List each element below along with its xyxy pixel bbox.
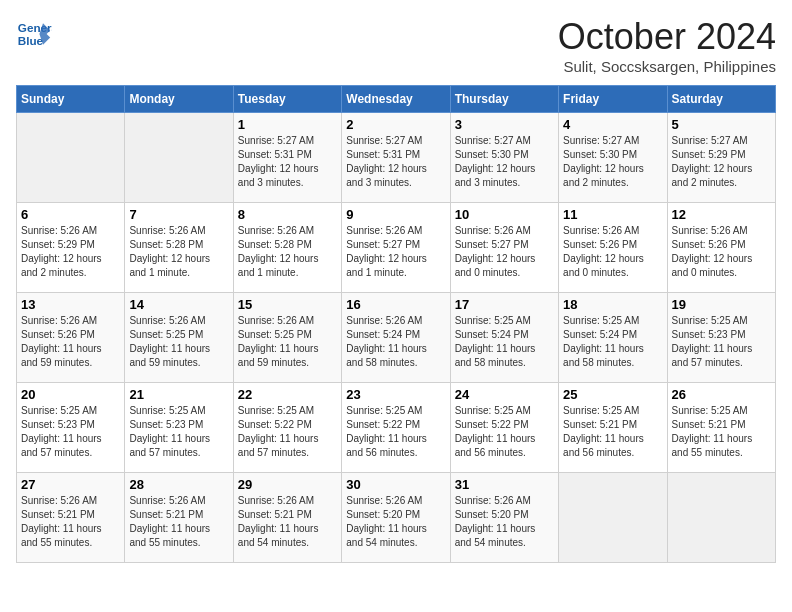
day-number: 21 [129, 387, 228, 402]
day-number: 8 [238, 207, 337, 222]
day-number: 13 [21, 297, 120, 312]
day-number: 1 [238, 117, 337, 132]
calendar-cell: 26Sunrise: 5:25 AM Sunset: 5:21 PM Dayli… [667, 383, 775, 473]
day-info: Sunrise: 5:25 AM Sunset: 5:23 PM Dayligh… [21, 404, 120, 460]
calendar-cell: 10Sunrise: 5:26 AM Sunset: 5:27 PM Dayli… [450, 203, 558, 293]
day-info: Sunrise: 5:27 AM Sunset: 5:30 PM Dayligh… [563, 134, 662, 190]
weekday-wednesday: Wednesday [342, 86, 450, 113]
day-number: 23 [346, 387, 445, 402]
day-info: Sunrise: 5:26 AM Sunset: 5:28 PM Dayligh… [238, 224, 337, 280]
day-number: 12 [672, 207, 771, 222]
svg-text:Blue: Blue [18, 34, 44, 47]
day-info: Sunrise: 5:25 AM Sunset: 5:21 PM Dayligh… [672, 404, 771, 460]
day-info: Sunrise: 5:27 AM Sunset: 5:29 PM Dayligh… [672, 134, 771, 190]
day-number: 4 [563, 117, 662, 132]
day-number: 2 [346, 117, 445, 132]
subtitle: Sulit, Soccsksargen, Philippines [558, 58, 776, 75]
weekday-tuesday: Tuesday [233, 86, 341, 113]
day-number: 25 [563, 387, 662, 402]
day-info: Sunrise: 5:25 AM Sunset: 5:23 PM Dayligh… [672, 314, 771, 370]
day-number: 31 [455, 477, 554, 492]
calendar-cell: 22Sunrise: 5:25 AM Sunset: 5:22 PM Dayli… [233, 383, 341, 473]
day-number: 9 [346, 207, 445, 222]
day-info: Sunrise: 5:26 AM Sunset: 5:27 PM Dayligh… [346, 224, 445, 280]
calendar-cell: 11Sunrise: 5:26 AM Sunset: 5:26 PM Dayli… [559, 203, 667, 293]
day-info: Sunrise: 5:26 AM Sunset: 5:28 PM Dayligh… [129, 224, 228, 280]
day-number: 11 [563, 207, 662, 222]
day-info: Sunrise: 5:26 AM Sunset: 5:26 PM Dayligh… [21, 314, 120, 370]
calendar-cell: 2Sunrise: 5:27 AM Sunset: 5:31 PM Daylig… [342, 113, 450, 203]
day-number: 6 [21, 207, 120, 222]
day-info: Sunrise: 5:27 AM Sunset: 5:31 PM Dayligh… [238, 134, 337, 190]
calendar-table: SundayMondayTuesdayWednesdayThursdayFrid… [16, 85, 776, 563]
day-number: 20 [21, 387, 120, 402]
calendar-cell [667, 473, 775, 563]
calendar-cell: 29Sunrise: 5:26 AM Sunset: 5:21 PM Dayli… [233, 473, 341, 563]
calendar-body: 1Sunrise: 5:27 AM Sunset: 5:31 PM Daylig… [17, 113, 776, 563]
calendar-cell: 9Sunrise: 5:26 AM Sunset: 5:27 PM Daylig… [342, 203, 450, 293]
calendar-cell: 21Sunrise: 5:25 AM Sunset: 5:23 PM Dayli… [125, 383, 233, 473]
calendar-cell: 3Sunrise: 5:27 AM Sunset: 5:30 PM Daylig… [450, 113, 558, 203]
header: General Blue October 2024 Sulit, Soccsks… [16, 16, 776, 75]
calendar-cell: 6Sunrise: 5:26 AM Sunset: 5:29 PM Daylig… [17, 203, 125, 293]
calendar-week-3: 20Sunrise: 5:25 AM Sunset: 5:23 PM Dayli… [17, 383, 776, 473]
day-info: Sunrise: 5:26 AM Sunset: 5:21 PM Dayligh… [129, 494, 228, 550]
calendar-cell: 7Sunrise: 5:26 AM Sunset: 5:28 PM Daylig… [125, 203, 233, 293]
day-info: Sunrise: 5:26 AM Sunset: 5:25 PM Dayligh… [129, 314, 228, 370]
day-number: 3 [455, 117, 554, 132]
day-number: 27 [21, 477, 120, 492]
calendar-cell: 17Sunrise: 5:25 AM Sunset: 5:24 PM Dayli… [450, 293, 558, 383]
calendar-cell: 15Sunrise: 5:26 AM Sunset: 5:25 PM Dayli… [233, 293, 341, 383]
calendar-cell: 27Sunrise: 5:26 AM Sunset: 5:21 PM Dayli… [17, 473, 125, 563]
day-info: Sunrise: 5:25 AM Sunset: 5:22 PM Dayligh… [238, 404, 337, 460]
day-info: Sunrise: 5:26 AM Sunset: 5:24 PM Dayligh… [346, 314, 445, 370]
day-info: Sunrise: 5:26 AM Sunset: 5:29 PM Dayligh… [21, 224, 120, 280]
calendar-cell: 13Sunrise: 5:26 AM Sunset: 5:26 PM Dayli… [17, 293, 125, 383]
day-info: Sunrise: 5:26 AM Sunset: 5:21 PM Dayligh… [238, 494, 337, 550]
day-info: Sunrise: 5:26 AM Sunset: 5:20 PM Dayligh… [346, 494, 445, 550]
calendar-cell: 25Sunrise: 5:25 AM Sunset: 5:21 PM Dayli… [559, 383, 667, 473]
day-number: 7 [129, 207, 228, 222]
weekday-friday: Friday [559, 86, 667, 113]
day-info: Sunrise: 5:27 AM Sunset: 5:30 PM Dayligh… [455, 134, 554, 190]
calendar-cell [125, 113, 233, 203]
day-number: 19 [672, 297, 771, 312]
day-info: Sunrise: 5:25 AM Sunset: 5:23 PM Dayligh… [129, 404, 228, 460]
day-number: 16 [346, 297, 445, 312]
day-info: Sunrise: 5:26 AM Sunset: 5:26 PM Dayligh… [672, 224, 771, 280]
calendar-cell: 5Sunrise: 5:27 AM Sunset: 5:29 PM Daylig… [667, 113, 775, 203]
title-area: October 2024 Sulit, Soccsksargen, Philip… [558, 16, 776, 75]
calendar-cell: 18Sunrise: 5:25 AM Sunset: 5:24 PM Dayli… [559, 293, 667, 383]
month-title: October 2024 [558, 16, 776, 58]
calendar-week-1: 6Sunrise: 5:26 AM Sunset: 5:29 PM Daylig… [17, 203, 776, 293]
calendar-cell [559, 473, 667, 563]
calendar-week-0: 1Sunrise: 5:27 AM Sunset: 5:31 PM Daylig… [17, 113, 776, 203]
day-info: Sunrise: 5:25 AM Sunset: 5:24 PM Dayligh… [563, 314, 662, 370]
day-info: Sunrise: 5:25 AM Sunset: 5:21 PM Dayligh… [563, 404, 662, 460]
weekday-saturday: Saturday [667, 86, 775, 113]
day-number: 29 [238, 477, 337, 492]
calendar-cell: 14Sunrise: 5:26 AM Sunset: 5:25 PM Dayli… [125, 293, 233, 383]
day-number: 5 [672, 117, 771, 132]
day-number: 28 [129, 477, 228, 492]
calendar-cell [17, 113, 125, 203]
day-number: 22 [238, 387, 337, 402]
weekday-monday: Monday [125, 86, 233, 113]
day-info: Sunrise: 5:26 AM Sunset: 5:20 PM Dayligh… [455, 494, 554, 550]
day-number: 30 [346, 477, 445, 492]
day-info: Sunrise: 5:27 AM Sunset: 5:31 PM Dayligh… [346, 134, 445, 190]
calendar-cell: 20Sunrise: 5:25 AM Sunset: 5:23 PM Dayli… [17, 383, 125, 473]
day-info: Sunrise: 5:25 AM Sunset: 5:22 PM Dayligh… [346, 404, 445, 460]
calendar-cell: 24Sunrise: 5:25 AM Sunset: 5:22 PM Dayli… [450, 383, 558, 473]
day-info: Sunrise: 5:26 AM Sunset: 5:26 PM Dayligh… [563, 224, 662, 280]
calendar-cell: 16Sunrise: 5:26 AM Sunset: 5:24 PM Dayli… [342, 293, 450, 383]
day-info: Sunrise: 5:25 AM Sunset: 5:22 PM Dayligh… [455, 404, 554, 460]
day-number: 24 [455, 387, 554, 402]
weekday-header-row: SundayMondayTuesdayWednesdayThursdayFrid… [17, 86, 776, 113]
calendar-cell: 8Sunrise: 5:26 AM Sunset: 5:28 PM Daylig… [233, 203, 341, 293]
calendar-cell: 4Sunrise: 5:27 AM Sunset: 5:30 PM Daylig… [559, 113, 667, 203]
day-info: Sunrise: 5:26 AM Sunset: 5:27 PM Dayligh… [455, 224, 554, 280]
calendar-week-2: 13Sunrise: 5:26 AM Sunset: 5:26 PM Dayli… [17, 293, 776, 383]
calendar-cell: 28Sunrise: 5:26 AM Sunset: 5:21 PM Dayli… [125, 473, 233, 563]
day-number: 10 [455, 207, 554, 222]
